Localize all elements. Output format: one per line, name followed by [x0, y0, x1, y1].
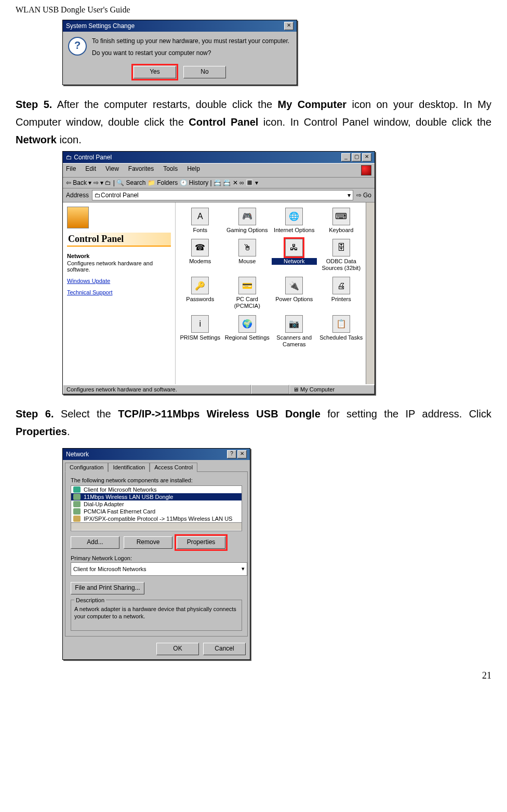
cp-icon-grid: AFonts🎮Gaming Options🌐Internet Options⌨K… — [176, 202, 366, 384]
cp-left-title: Control Panel — [67, 233, 171, 247]
cp-item-icon: 🌐 — [285, 208, 303, 225]
menu-edit[interactable]: Edit — [85, 165, 96, 175]
description-group: Description A network adapter is a hardw… — [71, 600, 242, 631]
page-number: 21 — [16, 670, 491, 681]
cp-toolbar[interactable]: ⇦ Back ▾ ⇨ ▾ 🗀 | 🔍 Search 📁 Folders 🕘 Hi… — [63, 178, 375, 188]
menu-tools[interactable]: Tools — [163, 165, 178, 175]
control-panel-window: 🗀 Control Panel _ ▢ ✕ File Edit View Fav… — [62, 151, 375, 395]
cp-item-passwords[interactable]: 🔑Passwords — [178, 277, 223, 309]
cp-item-label: Passwords — [178, 296, 223, 303]
adapter-icon — [73, 494, 81, 500]
dialog-titlebar[interactable]: System Settings Change ✕ — [63, 20, 297, 32]
cp-item-icon: i — [191, 315, 209, 333]
tab-row: Configuration Identification Access Cont… — [63, 460, 250, 471]
yes-button[interactable]: Yes — [134, 66, 176, 78]
close-icon[interactable]: ✕ — [362, 153, 371, 161]
step5-t0: After the computer restarts, double clic… — [57, 99, 278, 110]
cp-selected-desc: Configures network hardware and software… — [67, 260, 171, 273]
tab-access-control[interactable]: Access Control — [150, 463, 197, 472]
scrollbar[interactable] — [366, 202, 375, 384]
h-scrollbar[interactable] — [71, 522, 242, 530]
cp-item-pc-card-pcmcia-[interactable]: 💳PC Card (PCMCIA) — [225, 277, 270, 309]
components-listbox[interactable]: Client for Microsoft Networks 11Mbps Wir… — [71, 485, 242, 531]
cp-item-odbc-data-sources-32bit-[interactable]: 🗄ODBC Data Sources (32bit) — [319, 239, 364, 272]
cp-item-modems[interactable]: ☎Modems — [178, 239, 223, 272]
client-icon — [73, 486, 81, 493]
net-titlebar[interactable]: Network ? ✕ — [63, 449, 250, 460]
maximize-icon[interactable]: ▢ — [352, 153, 361, 161]
cp-item-label: Keyboard — [319, 227, 364, 234]
cp-item-icon: 📋 — [332, 315, 350, 333]
add-button[interactable]: Add... — [71, 536, 119, 549]
cp-item-icon: 🗄 — [332, 239, 350, 256]
cp-menubar: File Edit View Favorites Tools Help — [63, 163, 375, 178]
ok-button[interactable]: OK — [156, 643, 199, 655]
dialog-message: To finish setting up your new hardware, … — [92, 37, 291, 58]
menu-file[interactable]: File — [66, 165, 76, 175]
adapter-icon — [73, 508, 81, 515]
cp-item-label: Network — [272, 258, 317, 265]
cp-item-icon: 🖱 — [238, 239, 256, 256]
cp-item-scanners-and-cameras[interactable]: 📷Scanners and Cameras — [272, 315, 317, 348]
menu-help[interactable]: Help — [187, 165, 200, 175]
cp-item-mouse[interactable]: 🖱Mouse — [225, 239, 270, 272]
step5-t3: Control Panel — [189, 116, 258, 128]
cp-item-printers[interactable]: 🖨Printers — [319, 277, 364, 309]
page-header: WLAN USB Dongle User's Guide — [16, 5, 491, 15]
close-icon[interactable]: ✕ — [237, 450, 247, 458]
cancel-button[interactable]: Cancel — [203, 643, 246, 655]
cp-item-icon: 📷 — [285, 315, 303, 333]
cp-item-gaming-options[interactable]: 🎮Gaming Options — [225, 208, 270, 234]
system-settings-dialog: System Settings Change ✕ ? To finish set… — [62, 20, 297, 85]
dialog-line1: To finish setting up your new hardware, … — [92, 37, 291, 46]
cp-item-keyboard[interactable]: ⌨Keyboard — [319, 208, 364, 234]
menu-favorites[interactable]: Favorites — [128, 165, 154, 175]
cp-statusbar: Configures network hardware and software… — [63, 384, 375, 394]
cp-item-label: Mouse — [225, 258, 270, 265]
address-input[interactable]: 🗀 Control Panel ▾ — [92, 190, 353, 200]
chevron-down-icon: ▾ — [242, 565, 245, 572]
properties-button[interactable]: Properties — [177, 536, 225, 549]
cp-item-icon: 🖧 — [285, 239, 303, 256]
tab-identification[interactable]: Identification — [108, 463, 150, 472]
cp-titlebar[interactable]: 🗀 Control Panel _ ▢ ✕ — [63, 152, 375, 163]
dialog-title: System Settings Change — [66, 22, 135, 30]
link-tech-support[interactable]: Technical Support — [67, 289, 171, 295]
cp-item-network[interactable]: 🖧Network — [272, 239, 317, 272]
link-windows-update[interactable]: Windows Update — [67, 278, 171, 284]
step6-t3: Properties — [16, 426, 67, 437]
cp-item-label: Printers — [319, 296, 364, 303]
cp-item-internet-options[interactable]: 🌐Internet Options — [272, 208, 317, 234]
file-print-sharing-button[interactable]: File and Print Sharing... — [71, 582, 144, 594]
no-button[interactable]: No — [183, 66, 226, 78]
cp-item-label: Fonts — [178, 227, 223, 234]
tab-configuration[interactable]: Configuration — [65, 463, 108, 472]
cp-item-icon: 🖨 — [332, 277, 350, 294]
cp-item-prism-settings[interactable]: iPRISM Settings — [178, 315, 223, 348]
step6-label: Step 6. — [16, 408, 54, 419]
status-left: Configures network hardware and software… — [63, 385, 251, 394]
network-dialog: Network ? ✕ Configuration Identification… — [62, 448, 250, 660]
cp-item-scheduled-tasks[interactable]: 📋Scheduled Tasks — [319, 315, 364, 348]
cp-selected-name: Network — [67, 253, 171, 259]
help-icon[interactable]: ? — [227, 450, 236, 458]
list-item: PCMCIA Fast Ethernet Card — [71, 508, 242, 515]
menu-view[interactable]: View — [105, 165, 119, 175]
cp-item-power-options[interactable]: 🔌Power Options — [272, 277, 317, 309]
cp-item-icon: 🌍 — [238, 315, 256, 333]
step5-paragraph: Step 5. After the computer restarts, dou… — [16, 96, 491, 148]
step5-t4: icon. In Control Panel window, double cl… — [258, 116, 491, 128]
cp-item-fonts[interactable]: AFonts — [178, 208, 223, 234]
close-icon[interactable]: ✕ — [284, 22, 293, 30]
logon-value: Client for Microsoft Networks — [73, 566, 146, 572]
remove-button[interactable]: Remove — [124, 536, 172, 549]
logon-combo[interactable]: Client for Microsoft Networks ▾ — [71, 562, 247, 576]
cp-item-icon: ☎ — [191, 239, 209, 256]
go-button[interactable]: ⇨ Go — [356, 192, 371, 199]
cp-item-label: PRISM Settings — [178, 334, 223, 341]
cp-item-label: Internet Options — [272, 227, 317, 234]
step5-t5: Network — [16, 134, 57, 145]
components-label: The following network components are ins… — [71, 477, 242, 483]
minimize-icon[interactable]: _ — [341, 153, 351, 161]
cp-item-regional-settings[interactable]: 🌍Regional Settings — [225, 315, 270, 348]
